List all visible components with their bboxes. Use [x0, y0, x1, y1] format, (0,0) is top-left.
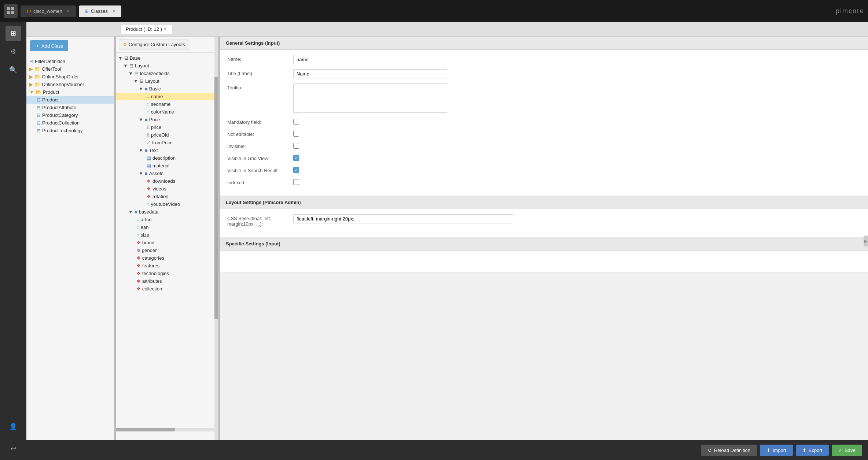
panel-icon: ■ [135, 209, 137, 215]
field-item-downloads[interactable]: ❖ downloads [116, 177, 218, 185]
field-item-gender[interactable]: ≋ gender [116, 246, 218, 254]
tree-item-product-class[interactable]: ⊟ Product [26, 96, 114, 104]
horizontal-scrollbar-track[interactable] [116, 428, 214, 431]
import-icon: ⬇ [766, 448, 770, 453]
import-button[interactable]: ⬇ Import [760, 445, 793, 456]
tree-item-productcollection[interactable]: ⊟ ProductCollection [26, 119, 114, 127]
reload-definition-button[interactable]: ↺ Reload Definition [701, 445, 757, 456]
field-item-seoname[interactable]: ○ seoname [116, 100, 218, 108]
add-class-icon: ＋ [35, 42, 40, 49]
tree-item-filterdefinition[interactable]: ⊟ FilterDefinition [26, 57, 114, 65]
tab-cisco-women-icon: 🏷 [26, 8, 31, 14]
field-asset-icon: ❖ [147, 194, 151, 199]
field-item-price-panel[interactable]: ▼ ■ Price [116, 116, 218, 123]
field-asset-icon: ❖ [136, 271, 141, 276]
field-item-attributes[interactable]: ❖ attributes [116, 277, 218, 285]
inner-tab-close[interactable]: ✕ [163, 27, 167, 31]
field-label: artno [141, 217, 152, 222]
css-input[interactable] [293, 214, 513, 223]
mandatory-label: Mandatory field: [227, 118, 293, 125]
field-item-fromprice[interactable]: ✓ fromPrice [116, 139, 218, 146]
field-item-basic[interactable]: ▼ ■ Basic [116, 85, 218, 93]
field-label: basedata [139, 209, 159, 215]
field-item-priceold[interactable]: ⁞⁞ priceOld [116, 131, 218, 139]
class-icon: ⊟ [37, 120, 41, 126]
tree-item-onlineshoporder[interactable]: ▶ 📁 OnlineShopOrder [26, 73, 114, 81]
visible-search-checkbox[interactable]: ✓ [293, 167, 299, 173]
sidebar-search-icon[interactable]: 🔍 [5, 62, 21, 78]
tree-item-product-folder[interactable]: ▼ 📂 Product [26, 88, 114, 96]
add-class-label: Add Class [41, 43, 63, 49]
field-item-name[interactable]: ○ name [116, 93, 218, 100]
mandatory-checkbox[interactable] [293, 119, 299, 125]
name-input[interactable] [293, 55, 447, 64]
class-tree-items: ⊟ FilterDefinition ▶ 📁 OfferTool ▶ 📁 Onl… [26, 55, 114, 440]
field-item-price[interactable]: ⁞⁞ price [116, 123, 218, 131]
field-label: fromPrice [152, 140, 173, 145]
expand-icon: ▼ [139, 117, 143, 122]
export-button[interactable]: ⬆ Export [796, 445, 829, 456]
field-item-videos[interactable]: ❖ videos [116, 185, 218, 193]
name-row: Name: [227, 55, 861, 64]
field-item-technologies[interactable]: ❖ technologies [116, 270, 218, 277]
tab-classes-close[interactable]: ✕ [112, 9, 115, 14]
panel-row: ＋ Add Class ⊟ FilterDefinition ▶ 📁 Offer… [26, 37, 868, 440]
field-label: size [141, 232, 149, 238]
inner-tab-product[interactable]: Product ( ID: 12 ) ✕ [120, 24, 172, 34]
horizontal-scrollbar-thumb[interactable] [116, 428, 175, 431]
field-item-brand[interactable]: ❖ brand [116, 239, 218, 246]
field-item-layout-nested[interactable]: ▼ ⊟ Layout [116, 77, 218, 85]
configure-layouts-button[interactable]: ⚙ Configure Custom Layouts [119, 40, 189, 49]
field-item-basedata[interactable]: ▼ ■ basedata [116, 208, 218, 216]
sidebar-home-icon[interactable]: ⊞ [5, 26, 21, 41]
visible-grid-checkbox[interactable]: ✓ [293, 155, 299, 161]
sidebar-settings-icon[interactable]: ⚙ [5, 44, 21, 59]
indexed-checkbox[interactable] [293, 179, 299, 185]
tree-item-producttechnology[interactable]: ⊟ ProductTechnology [26, 127, 114, 134]
tree-item-label: ProductAttribute [42, 105, 76, 110]
tree-item-productcategory[interactable]: ⊟ ProductCategory [26, 111, 114, 119]
title-label: Title (Label): [227, 69, 293, 76]
field-item-assets-panel[interactable]: ▼ ■ Assets [116, 170, 218, 177]
field-label: seoname [151, 101, 170, 107]
field-item-features[interactable]: ❖ features [116, 262, 218, 270]
tooltip-textarea[interactable] [293, 84, 447, 113]
field-label: localizedfields [140, 71, 170, 76]
field-item-size[interactable]: ○ size [116, 231, 218, 239]
field-item-youtubevideo[interactable]: ○ youtubeVideo [116, 200, 218, 208]
vertical-scrollbar-track[interactable] [214, 37, 218, 440]
sidebar-user-icon[interactable]: 👤 [5, 419, 21, 434]
invisible-checkbox[interactable] [293, 143, 299, 149]
field-item-text-panel[interactable]: ▼ ■ Text [116, 146, 218, 154]
field-label: gender [142, 248, 157, 253]
sidebar-logout-icon[interactable]: ↩ [5, 441, 21, 456]
tab-classes[interactable]: ⊞ Classes ✕ [79, 5, 121, 17]
tab-cisco-women-close[interactable]: ✕ [67, 9, 70, 14]
top-bar: 🏷 cisco_women ✕ ⊞ Classes ✕ pimcore [0, 0, 868, 22]
field-item-rotation[interactable]: ❖ rotation [116, 193, 218, 200]
field-item-colorname[interactable]: ○ colorName [116, 108, 218, 116]
tree-item-onlineshopvoucher[interactable]: ▶ 📁 OnlineShopVoucher [26, 81, 114, 88]
vertical-scrollbar-thumb[interactable] [214, 77, 218, 319]
field-item-categories[interactable]: ❖ categories [116, 254, 218, 262]
tree-item-productattribute[interactable]: ⊟ ProductAttribute [26, 104, 114, 111]
field-label: name [151, 94, 163, 99]
field-item-layout[interactable]: ▼ ⊟ Layout [116, 62, 218, 70]
save-button[interactable]: ✓ Save [832, 445, 862, 456]
field-item-collection[interactable]: ❖ collection [116, 285, 218, 293]
title-input[interactable] [293, 69, 447, 78]
field-item-localizedfields[interactable]: ▼ ⊟ localizedfields [116, 70, 218, 77]
tab-cisco-women[interactable]: 🏷 cisco_women ✕ [21, 5, 76, 17]
field-item-description[interactable]: ▤ description [116, 154, 218, 162]
field-wysiwyg-icon: ▤ [147, 155, 151, 161]
field-item-artno[interactable]: ○ artno [116, 216, 218, 223]
field-item-material[interactable]: ▤ material [116, 162, 218, 170]
tree-item-offertool[interactable]: ▶ 📁 OfferTool [26, 65, 114, 73]
field-item-ean[interactable]: ○ ean [116, 223, 218, 231]
indexed-label: Indexed: [227, 178, 293, 185]
not-editable-checkbox[interactable] [293, 131, 299, 137]
field-item-base[interactable]: ▼ ⊟ Base [116, 54, 218, 62]
inner-tab-header: Product ( ID: 12 ) ✕ [26, 22, 868, 37]
field-label: technologies [142, 271, 169, 276]
add-class-button[interactable]: ＋ Add Class [30, 40, 68, 51]
